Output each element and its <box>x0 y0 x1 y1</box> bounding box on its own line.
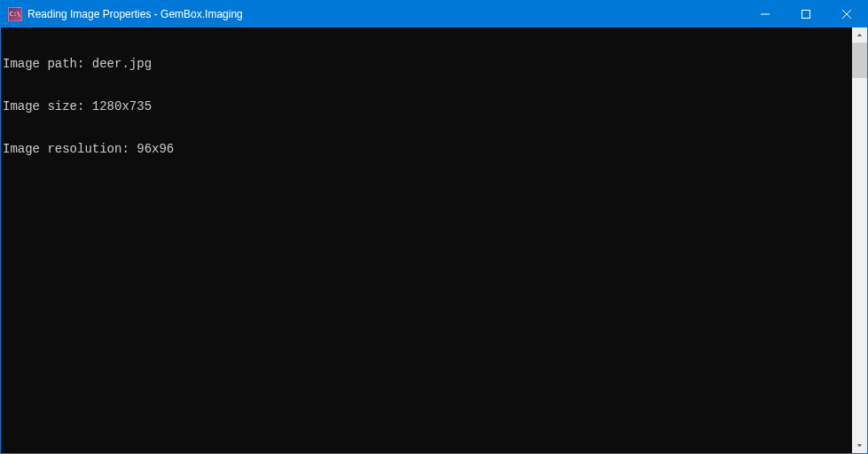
scroll-down-button[interactable] <box>852 438 867 453</box>
chevron-up-icon <box>856 32 863 38</box>
vertical-scrollbar[interactable] <box>852 27 867 453</box>
console-output: Image path: deer.jpg Image size: 1280x73… <box>1 27 852 453</box>
scroll-thumb[interactable] <box>852 43 867 78</box>
window-controls <box>745 1 867 27</box>
app-icon: C:\ <box>8 7 22 21</box>
maximize-icon <box>802 10 810 19</box>
minimize-icon <box>761 10 770 19</box>
app-icon-label: C:\ <box>10 12 21 18</box>
console-line: Image path: deer.jpg <box>3 57 850 71</box>
client-area: Image path: deer.jpg Image size: 1280x73… <box>1 27 867 453</box>
application-window: C:\ Reading Image Properties - GemBox.Im… <box>0 0 868 454</box>
maximize-button[interactable] <box>786 1 826 27</box>
minimize-button[interactable] <box>745 1 786 27</box>
close-button[interactable] <box>826 1 867 27</box>
console-line: Image resolution: 96x96 <box>3 142 850 156</box>
scroll-track[interactable] <box>852 43 867 438</box>
titlebar[interactable]: C:\ Reading Image Properties - GemBox.Im… <box>1 1 867 27</box>
scroll-up-button[interactable] <box>852 27 867 43</box>
svg-rect-1 <box>802 11 810 19</box>
close-icon <box>842 10 851 19</box>
console-line: Image size: 1280x735 <box>3 99 850 114</box>
window-title: Reading Image Properties - GemBox.Imagin… <box>27 8 243 20</box>
chevron-down-icon <box>856 442 863 449</box>
